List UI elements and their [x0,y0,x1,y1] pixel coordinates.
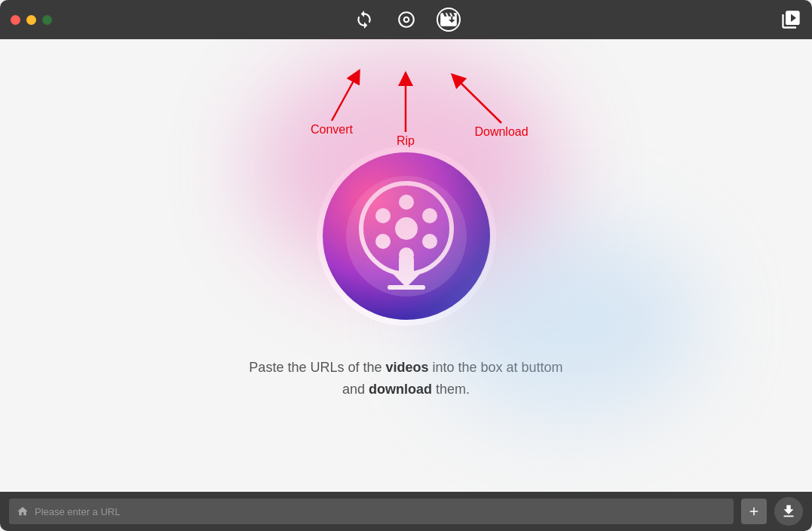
app-window: Convert Rip Download [0,0,812,531]
convert-nav-button[interactable] [352,8,376,32]
minimize-button[interactable] [26,15,36,25]
download-bold: download [369,382,432,397]
bottom-bar [0,492,812,531]
download-icon [780,503,797,520]
titlebar [0,0,812,39]
download-button[interactable] [774,497,803,526]
bg-blob-blue [435,228,699,416]
traffic-lights [11,15,52,25]
download-nav-button[interactable] [437,8,461,32]
nav-icons [352,8,461,32]
add-url-button[interactable] [741,499,767,524]
close-button[interactable] [11,15,20,25]
videos-bold: videos [385,360,428,375]
svg-rect-17 [388,285,425,290]
plus-icon [747,505,761,518]
desc-line2: and download them. [342,382,470,397]
rip-nav-button[interactable] [394,8,418,32]
toolbar-right [780,9,801,30]
media-library-icon[interactable] [780,9,801,30]
url-input-wrapper [9,499,734,524]
main-content: Convert Rip Download [0,39,812,492]
home-icon [17,505,29,517]
maximize-button[interactable] [42,15,52,25]
url-input[interactable] [35,506,726,517]
